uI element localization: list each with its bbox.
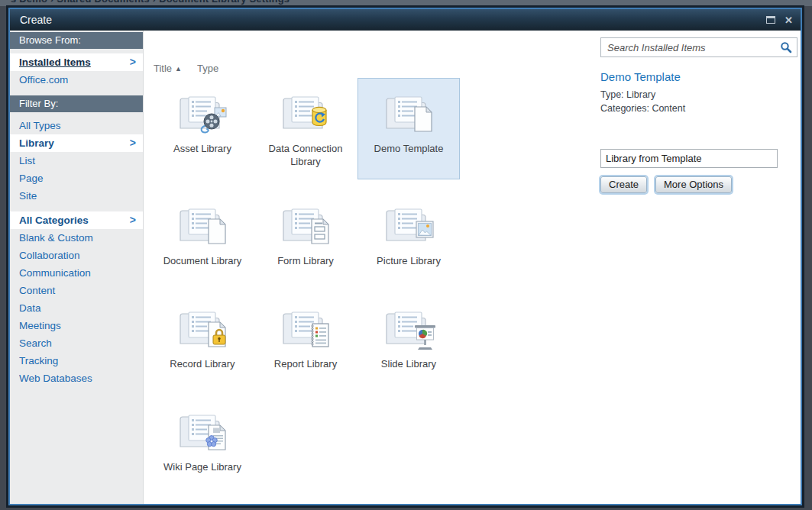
chevron-right-icon: > [130, 53, 136, 71]
sidebar-item-all-categories[interactable]: All Categories > [10, 211, 143, 229]
template-tile-record-library[interactable]: Record Library [151, 293, 254, 395]
selected-template-meta: Type: Library Categories: Content [600, 88, 685, 115]
sidebar-divider [10, 205, 143, 211]
template-tile-demo-template[interactable]: Demo Template [357, 78, 460, 179]
tile-label: Data Connection Library [255, 143, 356, 169]
chevron-right-icon: > [130, 134, 136, 152]
template-tile-document-library[interactable]: Document Library [151, 190, 254, 292]
dialog-title: Create [20, 14, 766, 26]
close-icon[interactable]: ✕ [785, 15, 793, 25]
selected-template-categories: Categories: Content [600, 102, 685, 115]
slide-library-icon [381, 304, 436, 351]
template-tile-slide-library[interactable]: Slide Library [357, 293, 460, 395]
asset-library-icon [175, 89, 230, 136]
search-box [600, 37, 797, 57]
template-tile-asset-library[interactable]: Asset Library [151, 78, 254, 179]
search-input[interactable] [600, 37, 797, 57]
sidebar-item-installed-items[interactable]: Installed Items > [10, 53, 143, 71]
sidebar-item-communication[interactable]: Communication [10, 264, 143, 282]
demo-template-icon [381, 89, 436, 136]
sidebar-item-web-databases[interactable]: Web Databases [10, 370, 143, 387]
template-tile-data-connection-library[interactable]: Data Connection Library [254, 78, 357, 179]
tile-label: Report Library [273, 358, 338, 371]
sort-by-title[interactable]: Title▲ [154, 63, 182, 74]
sidebar: Browse From: Installed Items > Office.co… [10, 31, 144, 504]
browse-from-header: Browse From: [10, 32, 143, 49]
create-button[interactable]: Create [600, 176, 647, 193]
tile-label: Slide Library [380, 358, 438, 371]
template-gallery: Title▲ Type Asset Library Data Connectio… [144, 31, 801, 504]
tile-label: Asset Library [172, 143, 233, 156]
sidebar-item-all-types[interactable]: All Types [10, 117, 143, 134]
template-tile-grid: Asset Library Data Connection Library De… [151, 78, 461, 499]
sidebar-item-office-com[interactable]: Office.com [10, 71, 143, 89]
document-library-icon [175, 201, 230, 248]
tile-label: Picture Library [375, 255, 442, 268]
template-tile-wiki-page-library[interactable]: Wiki Page Library [151, 396, 254, 498]
sidebar-item-page[interactable]: Page [10, 169, 143, 187]
breadcrumb: s Demo › Shared Documents › Document Lib… [11, 0, 290, 5]
wiki-page-library-icon [175, 407, 230, 454]
template-tile-form-library[interactable]: Form Library [254, 190, 357, 292]
sidebar-item-list[interactable]: List [10, 152, 143, 169]
report-library-icon [278, 304, 333, 351]
details-panel: Demo Template Type: Library Categories: … [600, 37, 797, 213]
sidebar-item-meetings[interactable]: Meetings [10, 317, 143, 334]
data-connection-library-icon [278, 89, 333, 136]
maximize-icon[interactable] [766, 16, 775, 24]
picture-library-icon [381, 201, 436, 248]
sidebar-item-collaboration[interactable]: Collaboration [10, 247, 143, 264]
sidebar-item-search[interactable]: Search [10, 334, 143, 352]
chevron-right-icon: > [130, 211, 136, 229]
more-options-button[interactable]: More Options [655, 176, 732, 193]
new-item-name-input[interactable] [600, 149, 778, 168]
selected-template-type: Type: Library [600, 88, 685, 102]
sidebar-item-library[interactable]: Library > [10, 134, 143, 152]
filter-by-header: Filter By: [10, 95, 143, 112]
sort-ascending-icon: ▲ [175, 65, 182, 73]
sidebar-item-tracking[interactable]: Tracking [10, 352, 143, 370]
dialog-titlebar: Create ✕ [10, 9, 801, 31]
sort-by-type[interactable]: Type [197, 63, 218, 74]
sidebar-item-site[interactable]: Site [10, 187, 143, 205]
template-tile-picture-library[interactable]: Picture Library [357, 190, 460, 292]
form-library-icon [278, 201, 333, 248]
sidebar-item-data[interactable]: Data [10, 299, 143, 317]
action-buttons: Create More Options [600, 176, 732, 193]
selected-template-title[interactable]: Demo Template [600, 70, 681, 83]
tile-label: Wiki Page Library [162, 461, 243, 474]
tile-label: Document Library [162, 255, 244, 268]
create-dialog: Create ✕ Browse From: Installed Items > … [8, 8, 802, 505]
template-tile-report-library[interactable]: Report Library [254, 293, 357, 395]
sort-bar: Title▲ Type [154, 63, 218, 74]
sidebar-item-blank-custom[interactable]: Blank & Custom [10, 229, 143, 247]
tile-label: Demo Template [373, 143, 445, 156]
sidebar-item-content[interactable]: Content [10, 282, 143, 299]
tile-label: Form Library [276, 255, 335, 268]
search-icon[interactable] [780, 41, 792, 53]
record-library-icon [175, 304, 230, 351]
dimmed-background-page: s Demo › Shared Documents › Document Lib… [0, 0, 812, 6]
tile-label: Record Library [168, 358, 236, 371]
window-controls: ✕ [766, 15, 793, 25]
